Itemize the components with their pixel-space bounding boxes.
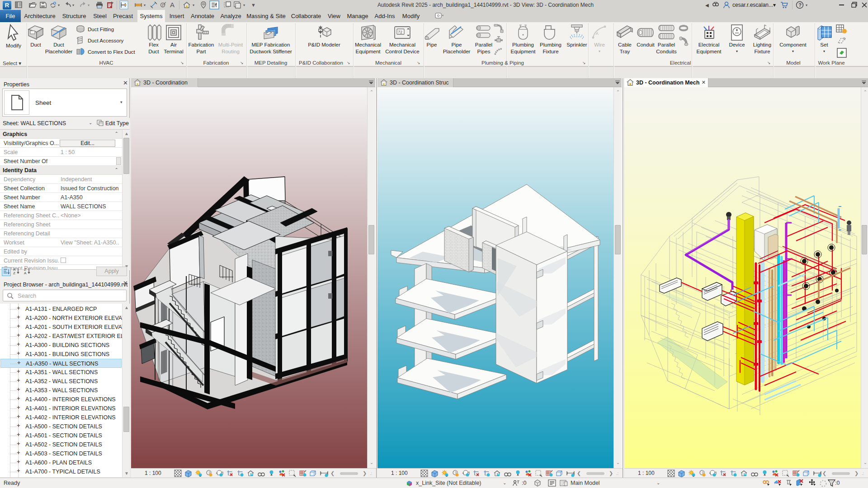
svg-text:?: ? [798, 2, 802, 8]
svg-text:72: 72 [398, 30, 402, 34]
svg-text:A: A [24, 271, 27, 275]
svg-text:P: P [162, 3, 164, 7]
svg-text:Z: Z [13, 271, 15, 275]
svg-text:A: A [170, 1, 175, 9]
